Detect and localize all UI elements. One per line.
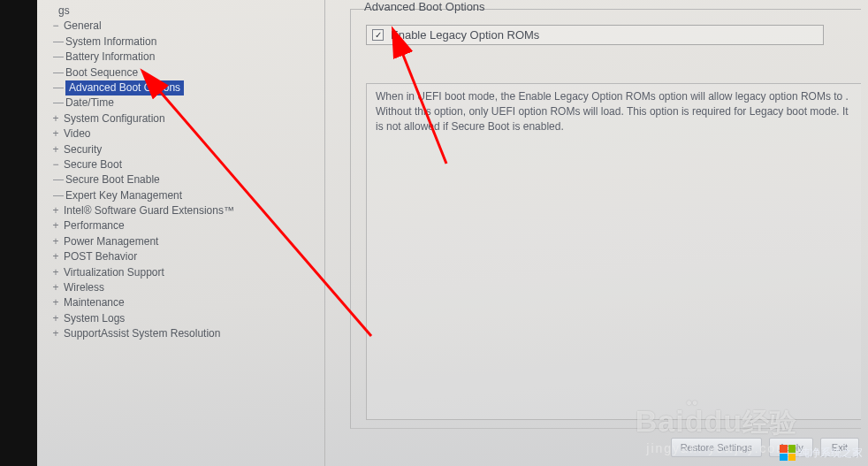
settings-tree: gs −General System Information Battery I… xyxy=(37,0,325,466)
collapse-icon: − xyxy=(51,157,60,172)
tree-label: Secure Boot Enable xyxy=(65,173,160,186)
tree-label: Virtualization Support xyxy=(64,266,164,279)
tree-item-battery-information[interactable]: Battery Information xyxy=(49,50,317,65)
tree-label: System Information xyxy=(65,35,156,48)
tree-item-expert-key-management[interactable]: Expert Key Management xyxy=(49,188,317,203)
tree-item-security[interactable]: +Security xyxy=(49,142,317,157)
watermark-baidu-sub: jingyan. ycwjzy.com xyxy=(646,441,788,455)
expand-icon: + xyxy=(51,311,60,326)
enable-legacy-roms-row[interactable]: ✓ Enable Legacy Option ROMs xyxy=(366,25,824,45)
tree-label: Wireless xyxy=(64,281,104,294)
tree-item-date-time[interactable]: Date/Time xyxy=(49,95,317,111)
expand-icon: + xyxy=(51,111,60,126)
tree-label: Date/Time xyxy=(65,96,114,109)
tree-label: Security xyxy=(64,143,102,156)
tree-item-secure-boot[interactable]: −Secure Boot xyxy=(49,157,317,172)
tree-label: Battery Information xyxy=(65,50,155,63)
tree-partial-item: gs xyxy=(49,4,317,19)
option-description: When in UEFI boot mode, the Enable Legac… xyxy=(366,83,861,420)
tree-item-secure-boot-enable[interactable]: Secure Boot Enable xyxy=(49,172,317,187)
tree-label: System Logs xyxy=(64,312,125,325)
expand-icon: + xyxy=(51,203,60,218)
screen-black-edge xyxy=(0,0,37,466)
expand-icon: + xyxy=(51,234,60,249)
tree-label: Power Management xyxy=(64,235,158,248)
watermark-baidu: Baid••du经验 xyxy=(636,404,797,441)
tree-label: Expert Key Management xyxy=(65,189,182,202)
tree-item-supportassist[interactable]: +SupportAssist System Resolution xyxy=(49,326,317,341)
tree-item-general[interactable]: −General xyxy=(49,19,317,34)
bios-setup-window: gs −General System Information Battery I… xyxy=(37,0,868,466)
tree-item-virtualization-support[interactable]: +Virtualization Support xyxy=(49,265,317,280)
tree-label: Performance xyxy=(64,219,125,232)
windows-logo-icon xyxy=(780,445,796,461)
tree-item-power-management[interactable]: +Power Management xyxy=(49,234,317,249)
expand-icon: + xyxy=(51,126,60,141)
tree-label: Intel® Software Guard Extensions™ xyxy=(64,204,234,217)
tree-item-post-behavior[interactable]: +POST Behavior xyxy=(49,249,317,264)
detail-pane: Advanced Boot Options ✓ Enable Legacy Op… xyxy=(325,0,868,466)
expand-icon: + xyxy=(51,280,60,295)
tree-item-video[interactable]: +Video xyxy=(49,126,317,141)
expand-icon: + xyxy=(51,295,60,310)
tree-label: Video xyxy=(64,127,90,140)
tree-item-sgx[interactable]: +Intel® Software Guard Extensions™ xyxy=(49,203,317,218)
tree-item-wireless[interactable]: +Wireless xyxy=(49,280,317,295)
expand-icon: + xyxy=(51,326,60,341)
tree-label: General xyxy=(64,19,102,32)
collapse-icon: − xyxy=(51,19,60,34)
enable-legacy-roms-label: Enable Legacy Option ROMs xyxy=(391,28,539,42)
expand-icon: + xyxy=(51,265,60,280)
tree-label: Maintenance xyxy=(64,296,125,309)
fieldset-title: Advanced Boot Options xyxy=(361,0,489,13)
expand-icon: + xyxy=(51,142,60,157)
tree-item-advanced-boot-options[interactable]: Advanced Boot Options xyxy=(49,80,317,95)
expand-icon: + xyxy=(51,218,60,233)
enable-legacy-roms-checkbox[interactable]: ✓ xyxy=(372,29,384,41)
watermark-cj: 纯净系统之家 xyxy=(780,445,863,461)
tree-item-performance[interactable]: +Performance xyxy=(49,218,317,233)
tree-label: Boot Sequence xyxy=(65,66,138,79)
watermark-cj-text: 纯净系统之家 xyxy=(799,446,863,461)
expand-icon: + xyxy=(51,249,60,264)
tree-item-maintenance[interactable]: +Maintenance xyxy=(49,295,317,310)
tree-label: System Configuration xyxy=(64,112,165,125)
tree-label: Secure Boot xyxy=(64,158,122,171)
tree-label: SupportAssist System Resolution xyxy=(64,327,220,340)
tree-item-boot-sequence[interactable]: Boot Sequence xyxy=(49,65,317,80)
tree-label-selected: Advanced Boot Options xyxy=(65,80,184,95)
tree-item-system-information[interactable]: System Information xyxy=(49,34,317,50)
tree-item-system-logs[interactable]: +System Logs xyxy=(49,311,317,326)
tree-label: POST Behavior xyxy=(64,250,137,263)
tree-item-system-configuration[interactable]: +System Configuration xyxy=(49,111,317,126)
